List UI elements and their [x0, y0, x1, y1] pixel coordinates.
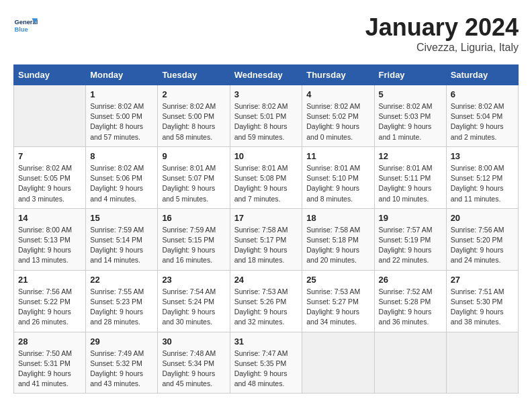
day-info: Sunrise: 7:56 AMSunset: 5:22 PMDaylight:… — [18, 287, 81, 328]
day-cell — [446, 332, 518, 394]
day-number: 24 — [234, 275, 298, 285]
day-info: Sunrise: 8:01 AMSunset: 5:08 PMDaylight:… — [234, 163, 298, 204]
week-row-1: 1Sunrise: 8:02 AMSunset: 5:00 PMDaylight… — [14, 85, 519, 147]
day-number: 4 — [306, 89, 369, 99]
day-info: Sunrise: 8:02 AMSunset: 5:02 PMDaylight:… — [306, 101, 369, 142]
day-cell: 10Sunrise: 8:01 AMSunset: 5:08 PMDayligh… — [230, 146, 302, 208]
day-cell: 6Sunrise: 8:02 AMSunset: 5:04 PMDaylight… — [446, 85, 518, 147]
day-cell: 14Sunrise: 8:00 AMSunset: 5:13 PMDayligh… — [14, 208, 86, 270]
day-cell: 27Sunrise: 7:51 AMSunset: 5:30 PMDayligh… — [446, 270, 518, 332]
day-info: Sunrise: 8:00 AMSunset: 5:13 PMDaylight:… — [18, 225, 81, 266]
day-info: Sunrise: 7:58 AMSunset: 5:17 PMDaylight:… — [234, 225, 298, 266]
calendar-header: SundayMondayTuesdayWednesdayThursdayFrid… — [14, 65, 519, 85]
day-number: 16 — [162, 213, 225, 223]
day-cell: 12Sunrise: 8:01 AMSunset: 5:11 PMDayligh… — [374, 146, 446, 208]
day-number: 19 — [379, 213, 442, 223]
day-number: 13 — [451, 151, 514, 161]
day-cell: 17Sunrise: 7:58 AMSunset: 5:17 PMDayligh… — [230, 208, 302, 270]
day-info: Sunrise: 8:02 AMSunset: 5:03 PMDaylight:… — [379, 101, 442, 142]
header-row: SundayMondayTuesdayWednesdayThursdayFrid… — [14, 65, 519, 85]
day-number: 20 — [451, 213, 514, 223]
day-number: 12 — [379, 151, 442, 161]
day-cell: 4Sunrise: 8:02 AMSunset: 5:02 PMDaylight… — [302, 85, 374, 147]
day-number: 17 — [234, 213, 298, 223]
day-info: Sunrise: 7:50 AMSunset: 5:31 PMDaylight:… — [18, 349, 81, 390]
day-number: 2 — [162, 89, 225, 99]
day-cell: 22Sunrise: 7:55 AMSunset: 5:23 PMDayligh… — [86, 270, 158, 332]
day-cell: 19Sunrise: 7:57 AMSunset: 5:19 PMDayligh… — [374, 208, 446, 270]
day-info: Sunrise: 7:59 AMSunset: 5:15 PMDaylight:… — [162, 225, 225, 266]
week-row-5: 28Sunrise: 7:50 AMSunset: 5:31 PMDayligh… — [14, 332, 519, 394]
day-info: Sunrise: 7:57 AMSunset: 5:19 PMDaylight:… — [379, 225, 442, 266]
week-row-4: 21Sunrise: 7:56 AMSunset: 5:22 PMDayligh… — [14, 270, 519, 332]
day-number: 18 — [306, 213, 369, 223]
day-info: Sunrise: 8:01 AMSunset: 5:10 PMDaylight:… — [306, 163, 369, 204]
day-cell: 13Sunrise: 8:00 AMSunset: 5:12 PMDayligh… — [446, 146, 518, 208]
day-info: Sunrise: 7:51 AMSunset: 5:30 PMDaylight:… — [451, 287, 514, 328]
day-info: Sunrise: 8:02 AMSunset: 5:04 PMDaylight:… — [451, 101, 514, 142]
title-section: January 2024 Civezza, Liguria, Italy — [365, 13, 519, 54]
day-cell: 25Sunrise: 7:53 AMSunset: 5:27 PMDayligh… — [302, 270, 374, 332]
calendar-table: SundayMondayTuesdayWednesdayThursdayFrid… — [13, 64, 519, 394]
page-subtitle: Civezza, Liguria, Italy — [365, 42, 519, 54]
header-day-tuesday: Tuesday — [158, 65, 230, 85]
day-cell: 8Sunrise: 8:02 AMSunset: 5:06 PMDaylight… — [86, 146, 158, 208]
day-info: Sunrise: 8:02 AMSunset: 5:06 PMDaylight:… — [90, 163, 153, 204]
day-number: 25 — [306, 275, 369, 285]
day-cell — [14, 85, 86, 147]
header-day-monday: Monday — [86, 65, 158, 85]
day-number: 1 — [90, 89, 153, 99]
day-cell: 11Sunrise: 8:01 AMSunset: 5:10 PMDayligh… — [302, 146, 374, 208]
day-cell: 31Sunrise: 7:47 AMSunset: 5:35 PMDayligh… — [230, 332, 302, 394]
logo-icon: General Blue — [13, 13, 38, 38]
day-info: Sunrise: 7:53 AMSunset: 5:26 PMDaylight:… — [234, 287, 298, 328]
day-info: Sunrise: 7:58 AMSunset: 5:18 PMDaylight:… — [306, 225, 369, 266]
week-row-2: 7Sunrise: 8:02 AMSunset: 5:05 PMDaylight… — [14, 146, 519, 208]
day-info: Sunrise: 8:01 AMSunset: 5:11 PMDaylight:… — [379, 163, 442, 204]
logo: General Blue — [13, 13, 38, 38]
day-info: Sunrise: 8:00 AMSunset: 5:12 PMDaylight:… — [451, 163, 514, 204]
day-number: 14 — [18, 213, 81, 223]
day-cell: 7Sunrise: 8:02 AMSunset: 5:05 PMDaylight… — [14, 146, 86, 208]
day-number: 9 — [162, 151, 225, 161]
day-number: 31 — [234, 336, 298, 347]
header-day-friday: Friday — [374, 65, 446, 85]
day-info: Sunrise: 8:02 AMSunset: 5:00 PMDaylight:… — [162, 101, 225, 142]
day-number: 21 — [18, 275, 81, 285]
day-number: 6 — [451, 89, 514, 99]
day-info: Sunrise: 7:56 AMSunset: 5:20 PMDaylight:… — [451, 225, 514, 266]
day-number: 10 — [234, 151, 298, 161]
day-info: Sunrise: 7:59 AMSunset: 5:14 PMDaylight:… — [90, 225, 153, 266]
day-cell: 26Sunrise: 7:52 AMSunset: 5:28 PMDayligh… — [374, 270, 446, 332]
header-day-saturday: Saturday — [446, 65, 518, 85]
day-cell: 29Sunrise: 7:49 AMSunset: 5:32 PMDayligh… — [86, 332, 158, 394]
svg-text:Blue: Blue — [14, 26, 28, 33]
day-number: 7 — [18, 151, 81, 161]
day-number: 5 — [379, 89, 442, 99]
day-cell: 18Sunrise: 7:58 AMSunset: 5:18 PMDayligh… — [302, 208, 374, 270]
day-number: 11 — [306, 151, 369, 161]
day-cell — [302, 332, 374, 394]
day-cell: 30Sunrise: 7:48 AMSunset: 5:34 PMDayligh… — [158, 332, 230, 394]
day-info: Sunrise: 7:54 AMSunset: 5:24 PMDaylight:… — [162, 287, 225, 328]
day-info: Sunrise: 8:02 AMSunset: 5:01 PMDaylight:… — [234, 101, 298, 142]
day-cell: 23Sunrise: 7:54 AMSunset: 5:24 PMDayligh… — [158, 270, 230, 332]
day-info: Sunrise: 7:52 AMSunset: 5:28 PMDaylight:… — [379, 287, 442, 328]
header-day-sunday: Sunday — [14, 65, 86, 85]
day-cell: 2Sunrise: 8:02 AMSunset: 5:00 PMDaylight… — [158, 85, 230, 147]
day-cell: 3Sunrise: 8:02 AMSunset: 5:01 PMDaylight… — [230, 85, 302, 147]
week-row-3: 14Sunrise: 8:00 AMSunset: 5:13 PMDayligh… — [14, 208, 519, 270]
day-number: 28 — [18, 336, 81, 347]
day-info: Sunrise: 8:02 AMSunset: 5:05 PMDaylight:… — [18, 163, 81, 204]
day-number: 29 — [90, 336, 153, 347]
day-number: 23 — [162, 275, 225, 285]
day-number: 22 — [90, 275, 153, 285]
day-cell: 16Sunrise: 7:59 AMSunset: 5:15 PMDayligh… — [158, 208, 230, 270]
day-number: 3 — [234, 89, 298, 99]
day-cell: 9Sunrise: 8:01 AMSunset: 5:07 PMDaylight… — [158, 146, 230, 208]
day-cell: 15Sunrise: 7:59 AMSunset: 5:14 PMDayligh… — [86, 208, 158, 270]
day-cell: 1Sunrise: 8:02 AMSunset: 5:00 PMDaylight… — [86, 85, 158, 147]
header-day-thursday: Thursday — [302, 65, 374, 85]
day-cell: 5Sunrise: 8:02 AMSunset: 5:03 PMDaylight… — [374, 85, 446, 147]
day-number: 27 — [451, 275, 514, 285]
